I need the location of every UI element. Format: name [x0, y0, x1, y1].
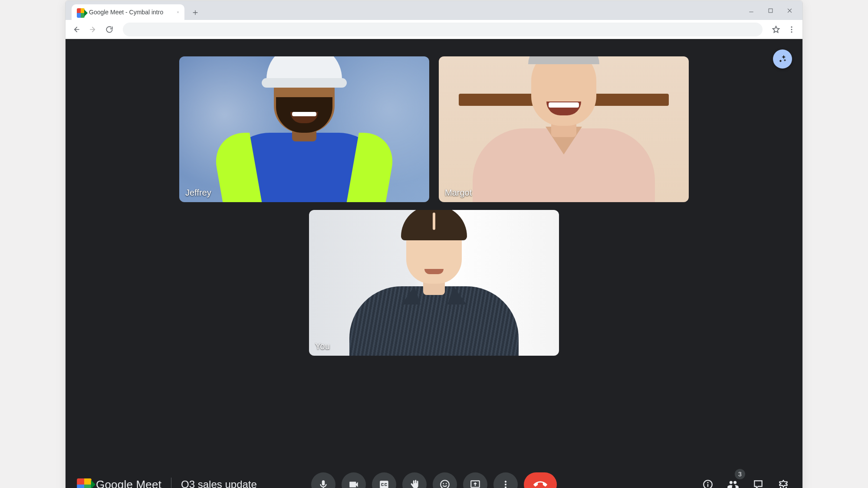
raise-hand-button[interactable]	[402, 472, 427, 488]
nav-forward-button[interactable]	[86, 23, 99, 36]
participant-name: Jeffrey	[185, 188, 211, 198]
svg-point-8	[505, 481, 506, 482]
svg-point-2	[791, 29, 792, 30]
activities-button[interactable]	[777, 478, 789, 488]
people-button[interactable]: 3	[727, 478, 739, 488]
svg-point-17	[783, 480, 784, 481]
browser-menu-button[interactable]	[785, 23, 798, 36]
tab-title: Google Meet - Cymbal intro	[89, 9, 163, 16]
browser-toolbar	[66, 20, 802, 39]
participant-name: You	[315, 341, 330, 351]
meet-brand: Google Meet	[79, 478, 161, 488]
brand-text: Google Meet	[96, 478, 161, 488]
svg-rect-13	[707, 484, 708, 487]
right-panel-buttons: 3	[702, 478, 789, 488]
meeting-name: Q3 sales update	[181, 478, 257, 488]
browser-tab[interactable]: Google Meet - Cymbal intro	[72, 4, 184, 20]
chat-button[interactable]	[752, 478, 764, 488]
nav-reload-button[interactable]	[103, 23, 116, 36]
participant-name: Margot	[445, 188, 472, 198]
meet-logo-icon	[77, 478, 92, 488]
participants-count-badge: 3	[735, 469, 745, 479]
meet-favicon-icon	[77, 8, 85, 16]
more-options-button[interactable]	[493, 472, 518, 488]
tab-strip: Google Meet - Cymbal intro	[66, 1, 802, 20]
meet-bottom-bar: Google Meet Q3 sales update	[66, 465, 802, 488]
svg-point-1	[791, 26, 792, 27]
address-bar[interactable]	[123, 23, 763, 36]
microphone-button[interactable]	[311, 472, 335, 488]
new-tab-button[interactable]	[188, 5, 203, 20]
video-tile[interactable]: Margot	[439, 56, 689, 202]
window-minimize-button[interactable]	[742, 1, 761, 20]
video-tile-self[interactable]: You	[309, 210, 559, 356]
leave-call-button[interactable]	[524, 472, 557, 488]
svg-rect-0	[769, 9, 773, 13]
meeting-details-button[interactable]	[702, 478, 714, 488]
window-controls	[742, 1, 799, 20]
svg-point-6	[446, 483, 447, 484]
svg-point-5	[443, 483, 444, 484]
video-tiles: Jeffrey Margot	[66, 56, 802, 356]
svg-point-12	[707, 482, 709, 483]
window-close-button[interactable]	[780, 1, 799, 20]
call-controls	[311, 472, 557, 488]
window-maximize-button[interactable]	[761, 1, 780, 20]
nav-back-button[interactable]	[70, 23, 83, 36]
reactions-button[interactable]	[433, 472, 457, 488]
svg-point-3	[791, 31, 792, 33]
meet-stage: Jeffrey Margot	[66, 39, 802, 488]
bookmark-star-button[interactable]	[769, 23, 783, 36]
browser-window: Google Meet - Cymbal intro	[65, 0, 803, 488]
divider	[171, 478, 171, 488]
present-screen-button[interactable]	[463, 472, 487, 488]
camera-button[interactable]	[342, 472, 366, 488]
tab-close-button[interactable]	[173, 9, 179, 15]
video-tile[interactable]: Jeffrey	[179, 56, 429, 202]
captions-button[interactable]	[372, 472, 396, 488]
svg-point-10	[505, 486, 506, 488]
svg-point-9	[505, 484, 506, 485]
